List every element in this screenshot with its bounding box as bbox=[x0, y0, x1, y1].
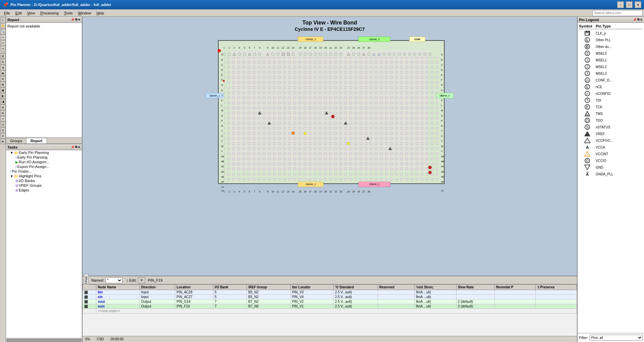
tree-edges[interactable]: ⊞ Edges bbox=[6, 188, 82, 192]
tree-io-banks[interactable]: ⊞ I/O Banks bbox=[6, 178, 82, 183]
edit-x-btn[interactable]: ✕ bbox=[138, 277, 145, 283]
row-name[interactable]: bin bbox=[96, 290, 140, 295]
svg-rect-137 bbox=[223, 56, 438, 182]
tool-undo[interactable]: ↩ bbox=[0, 40, 6, 46]
minimize-button[interactable]: − bbox=[617, 1, 624, 8]
clk-p-symbol bbox=[579, 30, 596, 36]
tool-marquee[interactable]: ⊹ bbox=[0, 35, 6, 40]
svg-point-112 bbox=[304, 53, 307, 56]
legend-title: Pin Legend bbox=[579, 18, 632, 22]
svg-text:11: 11 bbox=[277, 46, 279, 49]
menu-tools[interactable]: Tools bbox=[61, 10, 75, 16]
tree-export-pin[interactable]: ▪ Export Pin Assign... bbox=[6, 164, 82, 169]
legend-close-btn[interactable]: ✕ bbox=[640, 18, 643, 21]
col-header-diff[interactable]: fferential P bbox=[494, 285, 536, 290]
legend-pin-btn[interactable]: 📌 bbox=[633, 18, 637, 21]
tool-btn15[interactable]: ⊝ bbox=[0, 133, 6, 138]
tasks-float-btn[interactable]: ⧉ bbox=[75, 145, 77, 149]
row-dir: Output bbox=[140, 304, 175, 309]
tool-select[interactable]: ↖ bbox=[0, 17, 6, 23]
col-header-vref[interactable]: /REF Group bbox=[247, 285, 290, 290]
row-loc: PIN_AC27 bbox=[175, 295, 213, 299]
col-header-preserve[interactable]: :t Preserva bbox=[536, 285, 577, 290]
maximize-button[interactable]: □ bbox=[626, 1, 633, 8]
menu-edit[interactable]: Edit bbox=[13, 10, 24, 16]
tool-btn10[interactable]: ⊕ bbox=[0, 105, 6, 110]
table-row[interactable]: ⬛ bin Input PIN_AC28 5 B5_N2 PIN_V3 2.5 … bbox=[83, 290, 577, 295]
tree-highlight-pins-folder[interactable]: ▼ 📁 Highlight Pins bbox=[6, 174, 82, 178]
svg-text:12: 12 bbox=[282, 46, 284, 49]
tree-early-pin-planning-folder[interactable]: ▼ 📁 Early Pin Planning bbox=[6, 150, 82, 155]
filter-select[interactable]: Pins: all bbox=[590, 335, 643, 341]
menu-processing[interactable]: Processing bbox=[38, 10, 61, 16]
menu-help[interactable]: Help bbox=[94, 10, 107, 16]
tab-groups[interactable]: Groups bbox=[6, 138, 26, 144]
svg-text:13: 13 bbox=[287, 190, 289, 193]
tool-btn7[interactable]: ▣ bbox=[0, 88, 6, 93]
tree-pin-finder[interactable]: ▪ Pin Finder... bbox=[6, 169, 82, 174]
tool-btn6[interactable]: ⊠ bbox=[0, 82, 6, 87]
row-reserved bbox=[378, 304, 414, 309]
col-header-dir[interactable]: Direction bbox=[140, 285, 175, 290]
tasks-pin-btn[interactable]: 📌 bbox=[71, 146, 74, 149]
tool-btn3[interactable]: ◈ bbox=[0, 65, 6, 70]
svg-text:20: 20 bbox=[324, 46, 327, 49]
col-header-reserved[interactable]: Reserved bbox=[378, 285, 414, 290]
table-row[interactable]: ⬛ cout Output PIN_G19 7 B7_N2 PIN_V2 2.5… bbox=[83, 299, 577, 304]
search-input[interactable] bbox=[592, 10, 643, 16]
row-vref: B7_N0 bbox=[247, 304, 290, 309]
tool-btn1[interactable]: ⊞ bbox=[0, 53, 6, 59]
tool-btn2[interactable]: ⊟ bbox=[0, 59, 6, 64]
col-header-name[interactable]: Node Name bbox=[96, 285, 140, 290]
legend-tdo: O TDO bbox=[579, 117, 643, 124]
pin-table-wrap[interactable]: Node Name Direction Location I/O Bank /R… bbox=[83, 284, 577, 336]
legend-float-btn[interactable]: ⧉ bbox=[637, 18, 639, 21]
menu-window[interactable]: Window bbox=[75, 10, 94, 16]
new-node-row[interactable]: <<new node>> bbox=[83, 309, 577, 314]
tool-btn8[interactable]: ◧ bbox=[0, 93, 6, 99]
tool-btn12[interactable]: ☆ bbox=[0, 116, 6, 121]
row-name[interactable]: cin bbox=[96, 295, 140, 299]
tool-btn9[interactable]: ◨ bbox=[0, 99, 6, 104]
tool-btn14[interactable]: ⊜ bbox=[0, 127, 6, 133]
chip-view[interactable]: Top View - Wire Bond Cyclone IV E - EP4C… bbox=[83, 17, 577, 276]
table-row[interactable]: ⬛ sum Output PIN_F19 7 B7_N0 PIN_V1 2.5 … bbox=[83, 304, 577, 309]
col-header-bank[interactable]: I/O Bank bbox=[213, 285, 247, 290]
col-header-fitter[interactable]: tter Locatio bbox=[290, 285, 333, 290]
tasks-scrollbar[interactable] bbox=[6, 338, 82, 342]
tree-vref-groups[interactable]: ⊞ VREF Groups bbox=[6, 183, 82, 188]
named-select[interactable]: * bbox=[106, 277, 122, 283]
tool-redo[interactable]: ↪ bbox=[0, 46, 6, 51]
tool-btn11[interactable]: ⊗ bbox=[0, 110, 6, 116]
report-close-btn[interactable]: ✕ bbox=[78, 18, 80, 21]
report-pin-btn[interactable]: 📌 bbox=[71, 18, 74, 21]
new-node-label[interactable]: <<new node>> bbox=[96, 309, 577, 314]
tool-btn4[interactable]: ◉ bbox=[0, 70, 6, 76]
tree-early-pin-planning-page[interactable]: ▪ Early Pin Planning bbox=[6, 155, 82, 160]
tool-zoom[interactable]: 🔍 bbox=[0, 29, 6, 34]
col-header-standard[interactable]: 'O Standard bbox=[333, 285, 378, 290]
tool-btn5[interactable]: ⊛ bbox=[0, 76, 6, 81]
report-float-btn[interactable]: ⧉ bbox=[75, 18, 77, 21]
row-bank: 5 bbox=[213, 290, 247, 295]
col-header-current[interactable]: 'rent Stren; bbox=[414, 285, 456, 290]
tool-btn16[interactable]: ⊞ bbox=[0, 139, 6, 144]
tree-label: Early Pin Planning bbox=[19, 151, 49, 155]
menu-view[interactable]: View bbox=[24, 10, 38, 16]
row-name[interactable]: sum bbox=[96, 304, 140, 309]
svg-text:11: 11 bbox=[277, 190, 279, 193]
tab-report[interactable]: Report bbox=[26, 138, 47, 144]
tree-run-io[interactable]: ▶ Run I/O Assignm... bbox=[6, 160, 82, 164]
row-name[interactable]: cout bbox=[96, 299, 140, 304]
col-header-loc[interactable]: Location bbox=[175, 285, 213, 290]
svg-text:22: 22 bbox=[334, 190, 337, 193]
tasks-close-btn[interactable]: ✕ bbox=[78, 146, 80, 149]
tool-btn13[interactable]: ◎ bbox=[0, 122, 6, 127]
tool-pan[interactable]: ✋ bbox=[0, 23, 6, 28]
svg-point-122 bbox=[358, 53, 360, 56]
svg-text:14: 14 bbox=[292, 190, 294, 193]
table-row[interactable]: ⬛ cin Input PIN_AC27 5 B5_N2 PIN_V4 2.5 … bbox=[83, 295, 577, 299]
col-header-slew[interactable]: Slew Rate bbox=[457, 285, 495, 290]
close-button[interactable]: ✕ bbox=[635, 1, 641, 8]
menu-file[interactable]: File bbox=[1, 10, 13, 16]
